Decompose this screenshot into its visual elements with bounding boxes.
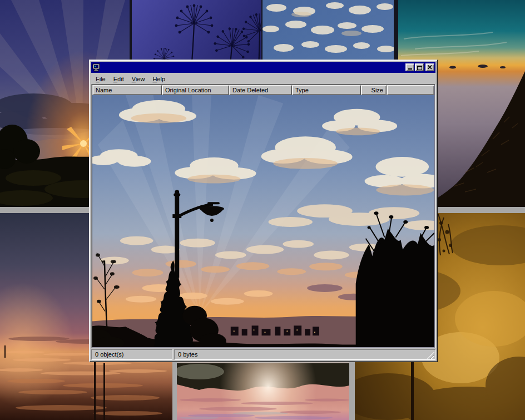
column-size[interactable]: Size	[361, 85, 387, 95]
list-view[interactable]: Name Original Location Date Deleted Type…	[91, 84, 435, 348]
menu-file[interactable]: File	[92, 75, 110, 83]
column-date-deleted[interactable]: Date Deleted	[229, 85, 292, 95]
maximize-button[interactable]	[415, 63, 424, 71]
app-icon	[92, 63, 101, 72]
sunset-lamp-photo	[92, 95, 434, 347]
status-bytes: 0 bytes	[174, 349, 435, 360]
minimize-button[interactable]	[405, 63, 414, 71]
column-type[interactable]: Type	[292, 85, 361, 95]
resize-grip[interactable]	[427, 352, 434, 359]
minimize-icon	[408, 68, 412, 70]
status-bar: 0 object(s) 0 bytes	[91, 349, 435, 360]
column-original-location[interactable]: Original Location	[162, 85, 229, 95]
menu-view[interactable]: View	[128, 75, 149, 83]
menu-edit[interactable]: Edit	[110, 75, 128, 83]
close-button[interactable]	[425, 63, 434, 71]
column-empty[interactable]	[387, 85, 434, 95]
menu-bar: File Edit View Help	[91, 73, 435, 84]
column-name[interactable]: Name	[92, 85, 162, 95]
menu-help[interactable]: Help	[148, 75, 169, 83]
maximize-icon	[417, 66, 422, 70]
status-objects: 0 object(s)	[91, 349, 172, 360]
column-header-row: Name Original Location Date Deleted Type…	[92, 85, 434, 95]
folder-contents-area[interactable]	[92, 95, 434, 347]
close-icon	[428, 65, 432, 70]
title-bar[interactable]	[91, 62, 435, 73]
desktop: File Edit View Help Name Original Locati…	[0, 0, 525, 420]
recycle-bin-window: File Edit View Help Name Original Locati…	[89, 60, 438, 362]
